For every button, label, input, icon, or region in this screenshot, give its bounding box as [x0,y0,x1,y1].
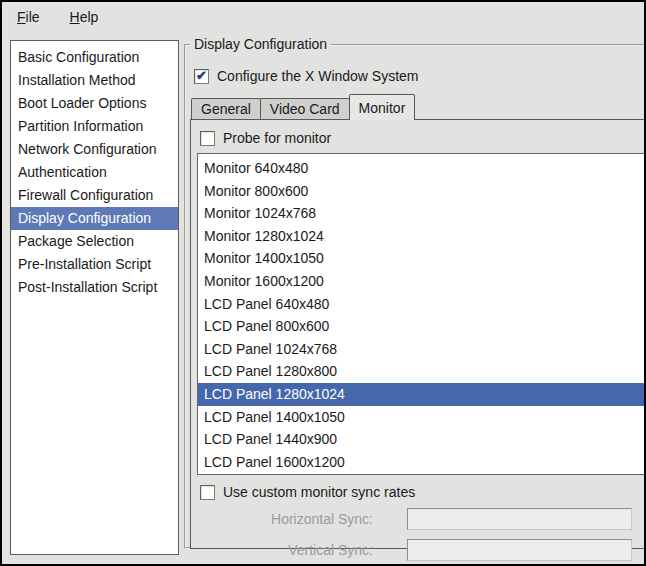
monitor-list-item-lcd-panel-800x600[interactable]: LCD Panel 800x600 [198,315,646,338]
use-custom-sync-checkbox[interactable] [200,485,215,500]
sidebar-item-display-configuration[interactable]: Display Configuration [11,207,178,230]
horizontal-sync-input [407,508,632,530]
monitor-list-item-lcd-panel-1280x800[interactable]: LCD Panel 1280x800 [198,360,646,383]
use-custom-sync-row[interactable]: Use custom monitor sync rates [200,484,646,500]
monitor-list-item-lcd-panel-1280x1024[interactable]: LCD Panel 1280x1024 [198,383,646,406]
sidebar-item-pre-installation-script[interactable]: Pre-Installation Script [11,253,178,276]
sidebar-item-package-selection[interactable]: Package Selection [11,230,178,253]
probe-for-monitor-checkbox[interactable] [200,131,215,146]
frame-title: Display Configuration [190,36,331,52]
sidebar-item-post-installation-script[interactable]: Post-Installation Script [11,276,178,299]
vertical-sync-input [407,539,632,561]
horizontal-sync-label: Horizontal Sync: [231,511,373,527]
main-area: Basic ConfigurationInstallation MethodBo… [2,32,644,560]
probe-for-monitor-row[interactable]: Probe for monitor [200,130,646,146]
probe-for-monitor-label: Probe for monitor [223,130,331,146]
monitor-list-item-monitor-1600x1200[interactable]: Monitor 1600x1200 [198,270,646,293]
monitor-list-item-lcd-panel-640x480[interactable]: LCD Panel 640x480 [198,293,646,316]
sidebar-item-installation-method[interactable]: Installation Method [11,69,178,92]
display-configuration-frame: Display Configuration Configure the X Wi… [184,44,646,549]
sidebar-item-firewall-configuration[interactable]: Firewall Configuration [11,184,178,207]
use-custom-sync-label: Use custom monitor sync rates [223,484,415,500]
sidebar-list: Basic ConfigurationInstallation MethodBo… [10,40,179,555]
monitor-list-item-monitor-1280x1024[interactable]: Monitor 1280x1024 [198,225,646,248]
sidebar-item-network-configuration[interactable]: Network Configuration [11,138,178,161]
tab-bar: GeneralVideo CardMonitor [191,94,646,120]
sidebar-item-basic-configuration[interactable]: Basic Configuration [11,46,178,69]
horizontal-sync-row: Horizontal Sync: Hz [197,507,646,531]
vertical-sync-row: Vertical Sync: kHz [197,538,646,562]
configure-x-window-row[interactable]: Configure the X Window System [194,68,646,84]
sidebar-item-partition-information[interactable]: Partition Information [11,115,178,138]
configure-x-window-checkbox[interactable] [194,69,209,84]
tab-general[interactable]: General [191,98,261,120]
app-window: FileHelp Basic ConfigurationInstallation… [0,0,646,566]
vertical-sync-label: Vertical Sync: [231,542,373,558]
monitor-list-item-lcd-panel-1600x1200[interactable]: LCD Panel 1600x1200 [198,451,646,474]
sidebar-item-authentication[interactable]: Authentication [11,161,178,184]
menu-help[interactable]: Help [68,7,101,27]
menu-bar: FileHelp [2,2,644,32]
tab-video-card[interactable]: Video Card [260,98,350,120]
monitor-list-item-lcd-panel-1024x768[interactable]: LCD Panel 1024x768 [198,338,646,361]
monitor-list-item-monitor-1024x768[interactable]: Monitor 1024x768 [198,202,646,225]
menu-file[interactable]: File [15,7,42,27]
monitor-list-area: Monitor 640x480Monitor 800x600Monitor 10… [197,153,646,475]
monitor-list-item-lcd-panel-1400x1050[interactable]: LCD Panel 1400x1050 [198,406,646,429]
monitor-list-item-monitor-800x600[interactable]: Monitor 800x600 [198,180,646,203]
configure-x-window-label: Configure the X Window System [217,68,419,84]
tab-monitor[interactable]: Monitor [349,94,416,120]
monitor-list: Monitor 640x480Monitor 800x600Monitor 10… [197,153,646,475]
monitor-list-item-lcd-panel-1440x900[interactable]: LCD Panel 1440x900 [198,428,646,451]
monitor-list-item-monitor-640x480[interactable]: Monitor 640x480 [198,157,646,180]
monitor-list-item-monitor-1400x1050[interactable]: Monitor 1400x1050 [198,247,646,270]
sidebar-item-boot-loader-options[interactable]: Boot Loader Options [11,92,178,115]
monitor-tab-panel: Probe for monitor Monitor 640x480Monitor… [190,119,646,549]
